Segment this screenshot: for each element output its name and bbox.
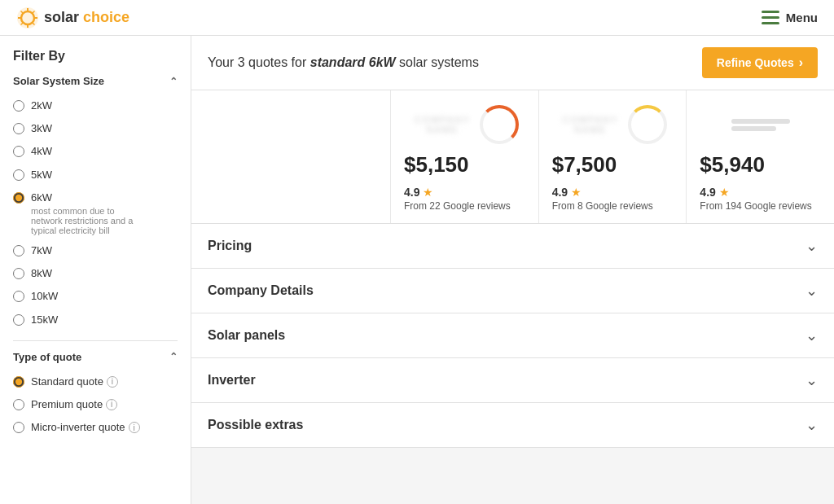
size-8kw: 8kW [13,263,178,284]
refine-quotes-button[interactable]: Refine Quotes › [702,47,818,78]
section-divider [13,340,178,341]
card-1-company-blur: COMPANY NAME [410,115,475,134]
size-6kw-radio[interactable] [13,192,24,204]
quote-premium-radio[interactable] [13,399,24,410]
card-2-company-blur: COMPANY NAME [558,115,623,134]
accordion-extras: Possible extras ⌄ [191,403,834,448]
size-3kw-radio[interactable] [13,123,24,134]
card-spacer [191,90,391,223]
accordion-solar-panels-title: Solar panels [208,328,285,343]
size-4kw-label: 4kW [31,144,52,159]
menu-button[interactable]: Menu [762,11,818,24]
card-2-spinner-icon [628,105,667,144]
hamburger-icon [762,11,779,24]
quote-type-section-header: Type of quote ⌃ [13,351,178,363]
size-8kw-radio[interactable] [13,268,24,279]
quote-card-2: COMPANY NAME $7,500 4.9 ★ From 8 Google … [539,90,687,223]
accordion-inverter-header[interactable]: Inverter ⌄ [191,358,834,402]
size-15kw-label: 15kW [31,313,58,327]
layout: Filter By Solar System Size ⌃ 2kW 3kW 4k… [0,36,834,504]
size-8kw-label: 8kW [31,266,52,281]
quotes-title: Your 3 quotes for standard 6kW solar sys… [208,55,479,70]
card-2-star-icon: ★ [571,186,582,199]
card-2-price: $7,500 [552,152,617,177]
size-6kw-note: most common due to network restrictions … [31,206,145,235]
standard-info-icon[interactable]: i [107,376,118,388]
size-5kw-radio[interactable] [13,169,24,181]
card-3-review-text: From 194 Google reviews [700,200,811,212]
accordion-pricing: Pricing ⌄ [191,224,834,269]
size-7kw-label: 7kW [31,243,52,258]
size-10kw: 10kW [13,286,178,307]
accordion-solar-panels-header[interactable]: Solar panels ⌄ [191,313,834,357]
accordion-company-title: Company Details [208,283,314,298]
accordion-solar-panels-chevron: ⌄ [805,327,818,344]
accordion-solar-panels: Solar panels ⌄ [191,313,834,358]
quote-microinverter-radio[interactable] [13,422,24,433]
accordion-extras-chevron: ⌄ [805,416,818,434]
card-2-rating-row: 4.9 ★ [552,186,582,199]
premium-info-icon[interactable]: i [106,399,117,410]
quote-standard-label: Standard quote [31,375,103,389]
card-1-spinner-icon [480,105,519,144]
card-1-rating-score: 4.9 [404,186,419,199]
refine-arrow-icon: › [799,55,803,70]
card-1-price: $5,150 [404,152,469,177]
size-15kw-radio[interactable] [13,314,24,326]
card-2-review-text: From 8 Google reviews [552,200,653,212]
card-2-rating-score: 4.9 [552,186,568,199]
accordion-company-chevron: ⌄ [805,282,818,300]
card-2-logo-area: COMPANY NAME [552,103,674,146]
size-10kw-radio[interactable] [13,291,24,302]
accordion-pricing-chevron: ⌄ [805,237,818,255]
size-radio-group: 2kW 3kW 4kW 5kW 6kW most common due to n… [13,95,178,331]
quote-card-3: $5,940 4.9 ★ From 194 Google reviews [687,90,834,223]
card-3-rating-score: 4.9 [700,186,715,199]
quote-premium: Premium quote i [13,394,178,415]
size-15kw: 15kW [13,309,178,331]
logo-text: solar choice [44,9,129,26]
size-5kw: 5kW [13,164,178,186]
quote-card-1: COMPANY NAME $5,150 4.9 ★ From 22 Google… [391,90,539,223]
size-6kw: 6kW most common due to network restricti… [13,187,178,239]
quotes-header: Your 3 quotes for standard 6kW solar sys… [191,36,834,90]
quotes-title-prefix: Your 3 quotes for [208,55,306,69]
card-3-logo-area [700,103,821,146]
accordion-inverter-title: Inverter [208,373,256,388]
size-2kw-label: 2kW [31,99,52,113]
quote-type-chevron: ⌃ [169,351,178,362]
accordion-extras-title: Possible extras [208,418,303,432]
accordion-extras-header[interactable]: Possible extras ⌄ [191,403,834,447]
accordion-pricing-title: Pricing [208,239,252,253]
card-1-review-text: From 22 Google reviews [404,200,511,212]
quote-microinverter: Micro-inverter quote i [13,417,178,438]
card-1-logo-area: COMPANY NAME [404,103,525,146]
menu-label: Menu [786,11,818,24]
size-3kw: 3kW [13,118,178,139]
quote-premium-label: Premium quote [31,397,103,412]
accordion-inverter-chevron: ⌄ [805,371,818,389]
size-2kw: 2kW [13,95,178,116]
size-7kw: 7kW [13,240,178,261]
accordion-pricing-header[interactable]: Pricing ⌄ [191,224,834,268]
size-10kw-label: 10kW [31,289,58,304]
solar-size-section-header: Solar System Size ⌃ [13,75,178,87]
card-1-star-icon: ★ [423,186,433,199]
quote-standard-radio[interactable] [13,376,24,388]
accordion-inverter: Inverter ⌄ [191,358,834,403]
accordion-company-header[interactable]: Company Details ⌄ [191,269,834,313]
microinverter-info-icon[interactable]: i [129,422,140,433]
size-4kw-radio[interactable] [13,146,24,157]
accordion-company: Company Details ⌄ [191,269,834,313]
filter-title: Filter By [13,49,178,64]
card-3-star-icon: ★ [719,186,730,199]
size-2kw-radio[interactable] [13,100,24,112]
card-3-rating-row: 4.9 ★ [700,186,729,199]
solar-size-chevron: ⌃ [169,76,178,87]
quote-microinverter-label: Micro-inverter quote [31,420,125,435]
card-3-price: $5,940 [700,152,765,177]
card-1-rating-row: 4.9 ★ [404,186,433,199]
main-content: Your 3 quotes for standard 6kW solar sys… [191,36,834,504]
quotes-title-em: standard 6kW [310,55,396,69]
size-7kw-radio[interactable] [13,245,24,256]
